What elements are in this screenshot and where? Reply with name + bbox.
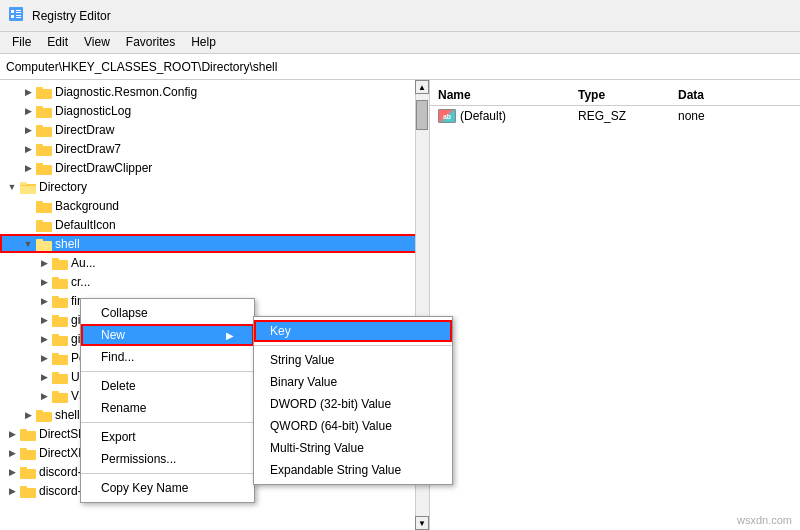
submenu: Key String Value Binary Value DWORD (32-… (253, 316, 453, 485)
sub-key-label: Key (270, 324, 291, 338)
svg-rect-44 (36, 410, 43, 413)
svg-rect-52 (20, 486, 27, 489)
ctx-export-label: Export (101, 430, 136, 444)
expand-icon: ▶ (36, 255, 52, 271)
tree-label: shell (55, 237, 80, 251)
expand-icon: ▼ (20, 236, 36, 252)
svg-rect-23 (36, 220, 43, 223)
right-row-default[interactable]: ab (Default) REG_SZ none (430, 106, 800, 126)
svg-rect-16 (36, 163, 43, 166)
expand-icon: ▶ (36, 331, 52, 347)
menu-edit[interactable]: Edit (39, 34, 76, 51)
svg-rect-47 (20, 450, 36, 460)
folder-icon (20, 484, 36, 498)
sub-binary-value[interactable]: Binary Value (254, 371, 452, 393)
svg-rect-48 (20, 448, 27, 451)
menu-view[interactable]: View (76, 34, 118, 51)
sub-dword-value[interactable]: DWORD (32-bit) Value (254, 393, 452, 415)
svg-rect-15 (36, 165, 52, 175)
expand-icon: ▶ (4, 445, 20, 461)
sub-key[interactable]: Key (254, 320, 452, 342)
tree-item-directory[interactable]: ▼ Directory (0, 177, 429, 196)
right-header: Name Type Data (430, 84, 800, 106)
svg-rect-32 (52, 296, 59, 299)
folder-icon (36, 85, 52, 99)
svg-rect-8 (36, 87, 43, 90)
tree-item-diagnosticlog[interactable]: ▶ DiagnosticLog (0, 101, 429, 120)
svg-rect-28 (52, 258, 59, 261)
folder-icon (36, 104, 52, 118)
svg-rect-20 (36, 203, 52, 213)
svg-rect-51 (20, 488, 36, 498)
ctx-delete-label: Delete (101, 379, 136, 393)
address-bar: Computer\HKEY_CLASSES_ROOT\Directory\she… (0, 54, 800, 80)
expand-icon: ▶ (36, 388, 52, 404)
row-data: none (678, 109, 792, 123)
svg-rect-26 (36, 243, 52, 251)
sub-qword-label: QWORD (64-bit) Value (270, 419, 392, 433)
svg-rect-36 (52, 334, 59, 337)
tree-item-diagnostic-resmon[interactable]: ▶ Diagnostic.Resmon.Config (0, 82, 429, 101)
folder-icon (36, 199, 52, 213)
svg-rect-30 (52, 277, 59, 280)
folder-open-icon (20, 180, 36, 194)
ctx-new-arrow: ▶ (226, 330, 234, 341)
tree-item-defaulticon[interactable]: ▶ DefaultIcon (0, 215, 429, 234)
ctx-rename[interactable]: Rename (81, 397, 254, 419)
svg-rect-31 (52, 298, 68, 308)
tree-label: DirectDraw (55, 123, 114, 137)
menu-favorites[interactable]: Favorites (118, 34, 183, 51)
svg-rect-19 (20, 186, 36, 194)
expand-icon: ▶ (36, 293, 52, 309)
tree-item-cr[interactable]: ▶ cr... (0, 272, 429, 291)
ctx-new-label: New (101, 328, 125, 342)
tree-item-directdraw7[interactable]: ▶ DirectDraw7 (0, 139, 429, 158)
ctx-collapse[interactable]: Collapse (81, 302, 254, 324)
scroll-down-button[interactable]: ▼ (415, 516, 429, 530)
title-bar-text: Registry Editor (32, 9, 111, 23)
sub-qword-value[interactable]: QWORD (64-bit) Value (254, 415, 452, 437)
menu-bar: File Edit View Favorites Help (0, 32, 800, 54)
sub-expandable-label: Expandable String Value (270, 463, 401, 477)
tree-item-au[interactable]: ▶ Au... (0, 253, 429, 272)
svg-rect-18 (20, 182, 27, 185)
svg-rect-5 (16, 15, 21, 16)
scroll-up-button[interactable]: ▲ (415, 80, 429, 94)
svg-rect-2 (11, 15, 14, 18)
expand-icon: ▶ (36, 312, 52, 328)
tree-item-directdrawclipper[interactable]: ▶ DirectDrawClipper (0, 158, 429, 177)
folder-icon (36, 123, 52, 137)
scroll-thumb[interactable] (416, 100, 428, 130)
right-panel: Name Type Data ab (Default) REG_SZ none (430, 80, 800, 530)
tree-label: cr... (71, 275, 90, 289)
svg-rect-6 (16, 17, 21, 18)
ctx-copykeyname[interactable]: Copy Key Name (81, 477, 254, 499)
expand-icon: ▶ (4, 426, 20, 442)
ctx-permissions[interactable]: Permissions... (81, 448, 254, 470)
tree-item-background[interactable]: ▶ Background (0, 196, 429, 215)
svg-rect-12 (36, 125, 43, 128)
ctx-new[interactable]: New ▶ (81, 324, 254, 346)
address-path: Computer\HKEY_CLASSES_ROOT\Directory\she… (6, 60, 277, 74)
sub-multi-string[interactable]: Multi-String Value (254, 437, 452, 459)
menu-help[interactable]: Help (183, 34, 224, 51)
svg-rect-35 (52, 336, 68, 346)
context-menu: Collapse New ▶ Find... Delete Rename Exp… (80, 298, 255, 503)
ctx-export[interactable]: Export (81, 426, 254, 448)
ctx-collapse-label: Collapse (101, 306, 148, 320)
expand-icon: ▶ (20, 103, 36, 119)
sub-string-value[interactable]: String Value (254, 349, 452, 371)
tree-item-shell[interactable]: ▼ shell (0, 234, 429, 253)
ctx-find[interactable]: Find... (81, 346, 254, 368)
folder-open-icon (36, 237, 52, 251)
ctx-delete[interactable]: Delete (81, 375, 254, 397)
sub-expandable[interactable]: Expandable String Value (254, 459, 452, 481)
menu-file[interactable]: File (4, 34, 39, 51)
tree-item-directdraw[interactable]: ▶ DirectDraw (0, 120, 429, 139)
folder-icon (20, 465, 36, 479)
ctx-rename-label: Rename (101, 401, 146, 415)
svg-rect-34 (52, 315, 59, 318)
svg-rect-9 (36, 108, 52, 118)
svg-rect-11 (36, 127, 52, 137)
expand-icon: ▶ (20, 217, 36, 233)
